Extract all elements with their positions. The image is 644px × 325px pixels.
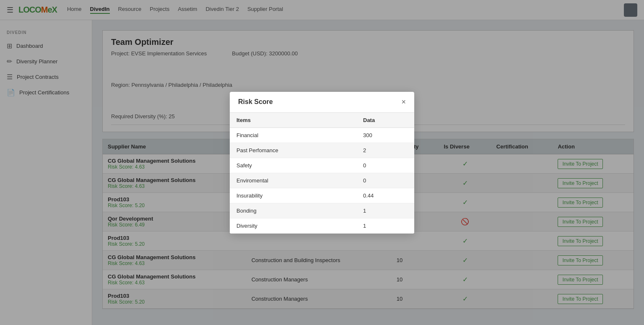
modal-col-items: Items [230,113,356,128]
modal-table-row: Diversity 1 [230,218,414,233]
risk-item-label: Financial [230,127,356,143]
risk-item-data: 1 [356,203,414,218]
modal-table-header: Items Data [230,113,414,128]
modal-table-row: Financial 300 [230,127,414,143]
modal-table-row: Bonding 1 [230,203,414,218]
risk-item-label: Safety [230,158,356,173]
risk-item-label: Past Perfomance [230,143,356,158]
risk-item-data: 2 [356,143,414,158]
risk-item-label: Diversity [230,218,356,233]
risk-item-label: Bonding [230,203,356,218]
risk-item-data: 0 [356,173,414,188]
risk-score-modal: Risk Score × Items Data Financial 300 Pa… [230,92,414,234]
modal-body: Items Data Financial 300 Past Perfomance… [230,113,414,234]
risk-item-label: Insurability [230,188,356,203]
risk-item-data: 1 [356,218,414,233]
modal-close-button[interactable]: × [401,98,406,107]
risk-item-data: 0 [356,158,414,173]
risk-item-label: Enviromental [230,173,356,188]
risk-score-table: Items Data Financial 300 Past Perfomance… [230,113,414,234]
modal-table-row: Enviromental 0 [230,173,414,188]
modal-title: Risk Score [238,98,273,106]
risk-item-data: 0.44 [356,188,414,203]
modal-table-row: Safety 0 [230,158,414,173]
modal-col-data: Data [356,113,414,128]
modal-table-row: Past Perfomance 2 [230,143,414,158]
modal-header: Risk Score × [230,92,414,113]
modal-overlay[interactable]: Risk Score × Items Data Financial 300 Pa… [0,0,644,325]
modal-table-row: Insurability 0.44 [230,188,414,203]
risk-item-data: 300 [356,127,414,143]
modal-table-body: Financial 300 Past Perfomance 2 Safety 0… [230,127,414,233]
